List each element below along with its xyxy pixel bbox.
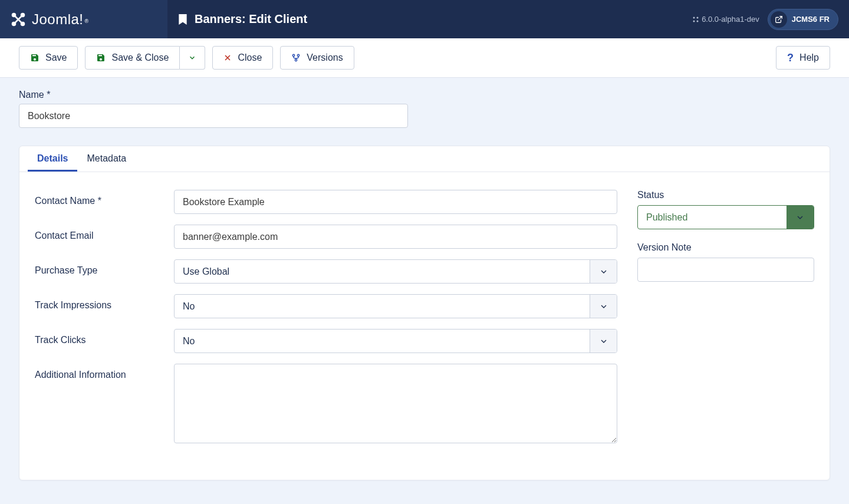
- version-tag[interactable]: 6.0.0-alpha1-dev: [692, 15, 759, 24]
- help-icon: ?: [787, 52, 794, 63]
- additional-info-textarea[interactable]: [174, 364, 617, 443]
- close-button[interactable]: Close: [212, 46, 273, 70]
- version-note-input[interactable]: [637, 258, 814, 282]
- save-close-button[interactable]: Save & Close: [85, 46, 180, 70]
- help-label: Help: [799, 52, 819, 63]
- svg-point-4: [693, 17, 695, 18]
- chevron-down-icon: [590, 330, 617, 353]
- chevron-down-icon: [188, 54, 196, 62]
- close-label: Close: [238, 52, 262, 63]
- x-icon: [223, 54, 232, 62]
- track-clicks-select[interactable]: No: [174, 329, 617, 353]
- name-field: Name *: [19, 90, 830, 128]
- header-bar: Joomla! ® Banners: Edit Client 6.0.0-alp…: [0, 0, 849, 38]
- svg-point-6: [693, 20, 695, 22]
- save-icon: [96, 53, 106, 62]
- status-value: Published: [638, 206, 787, 229]
- name-input[interactable]: [19, 104, 408, 128]
- version-note-label: Version Note: [637, 242, 814, 253]
- logo-text: Joomla!: [32, 11, 84, 28]
- additional-info-label: Additional Information: [35, 364, 174, 380]
- purchase-type-label: Purchase Type: [35, 259, 174, 276]
- chevron-down-icon: [590, 295, 617, 318]
- site-link-pill[interactable]: JCMS6 FR: [768, 9, 838, 30]
- versions-button[interactable]: Versions: [280, 46, 354, 70]
- track-impressions-select[interactable]: No: [174, 294, 617, 318]
- external-link-icon: [771, 11, 787, 28]
- svg-point-12: [298, 54, 300, 56]
- save-close-label: Save & Close: [111, 52, 169, 63]
- header-right: 6.0.0-alpha1-dev JCMS6 FR: [682, 0, 849, 38]
- save-close-group: Save & Close: [85, 46, 205, 70]
- svg-point-11: [293, 54, 295, 56]
- page-content: Name * Details Metadata Contact Name * C…: [0, 78, 849, 492]
- branch-icon: [291, 53, 301, 62]
- save-button[interactable]: Save: [19, 46, 78, 70]
- versions-label: Versions: [307, 52, 343, 63]
- svg-point-5: [697, 17, 699, 18]
- track-impressions-label: Track Impressions: [35, 294, 174, 311]
- page-title: Banners: Edit Client: [195, 12, 307, 26]
- contact-name-input[interactable]: [174, 190, 617, 214]
- chevron-down-icon: [590, 260, 617, 283]
- track-impressions-value: No: [175, 295, 590, 318]
- version-text: 6.0.0-alpha1-dev: [702, 15, 759, 24]
- logo-cell[interactable]: Joomla! ®: [0, 0, 167, 38]
- svg-point-13: [295, 59, 297, 61]
- save-close-dropdown[interactable]: [180, 46, 205, 70]
- svg-point-7: [697, 20, 699, 22]
- save-label: Save: [45, 52, 67, 63]
- status-label: Status: [637, 190, 814, 200]
- logo-registered-mark: ®: [85, 18, 89, 24]
- name-label: Name *: [19, 90, 830, 100]
- tab-metadata[interactable]: Metadata: [77, 146, 136, 172]
- joomla-mini-icon: [692, 16, 699, 23]
- help-button[interactable]: ? Help: [776, 46, 830, 70]
- status-select[interactable]: Published: [637, 205, 814, 229]
- toolbar: Save Save & Close Close Versions ? Help: [0, 38, 849, 78]
- contact-name-label: Contact Name *: [35, 190, 174, 206]
- tab-details[interactable]: Details: [28, 146, 77, 172]
- svg-line-8: [778, 16, 782, 19]
- save-icon: [30, 53, 40, 62]
- joomla-logo-icon: [9, 11, 27, 28]
- track-clicks-label: Track Clicks: [35, 329, 174, 345]
- chevron-down-icon: [787, 206, 814, 229]
- purchase-type-select[interactable]: Use Global: [174, 259, 617, 284]
- contact-email-label: Contact Email: [35, 225, 174, 241]
- title-cell: Banners: Edit Client: [167, 0, 682, 38]
- track-clicks-value: No: [175, 330, 590, 353]
- site-name: JCMS6 FR: [792, 15, 830, 24]
- tabs: Details Metadata: [19, 146, 830, 172]
- contact-email-input[interactable]: [174, 225, 617, 249]
- bookmark-icon: [178, 14, 187, 25]
- edit-card: Details Metadata Contact Name * Contact …: [19, 146, 830, 480]
- purchase-type-value: Use Global: [175, 260, 590, 283]
